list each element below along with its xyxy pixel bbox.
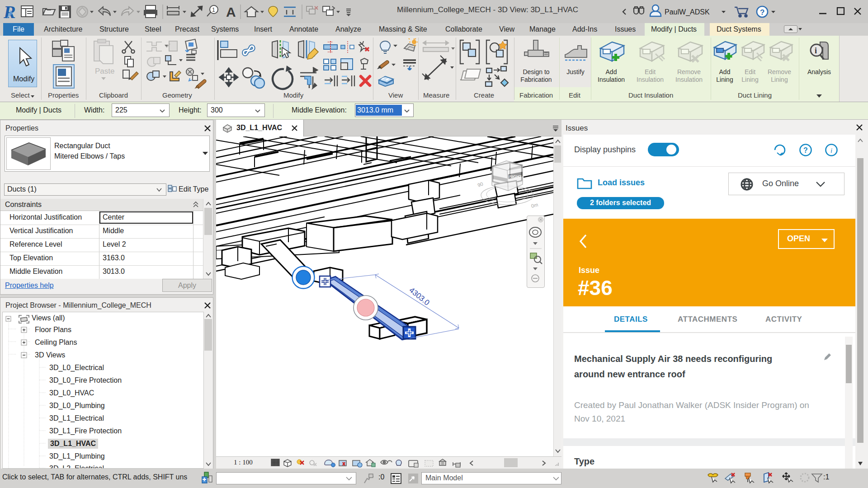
svg-text:Modify: Modify — [13, 75, 34, 83]
svg-text:90: 90 — [477, 181, 484, 188]
svg-text:?: ? — [803, 146, 808, 154]
svg-text:A: A — [226, 5, 236, 19]
svg-text:1: 1 — [212, 7, 215, 13]
svg-text:PaulW_ADSK: PaulW_ADSK — [665, 8, 710, 16]
svg-text:0m: 0m — [531, 202, 539, 209]
svg-text:RIGHT: RIGHT — [509, 174, 522, 179]
svg-text:i: i — [815, 46, 817, 55]
svg-text:R: R — [3, 2, 16, 22]
svg-text:?: ? — [760, 8, 764, 17]
svg-text:Paste: Paste — [95, 67, 114, 75]
svg-text:i: i — [830, 147, 832, 154]
svg-text:4303.0: 4303.0 — [407, 286, 431, 307]
